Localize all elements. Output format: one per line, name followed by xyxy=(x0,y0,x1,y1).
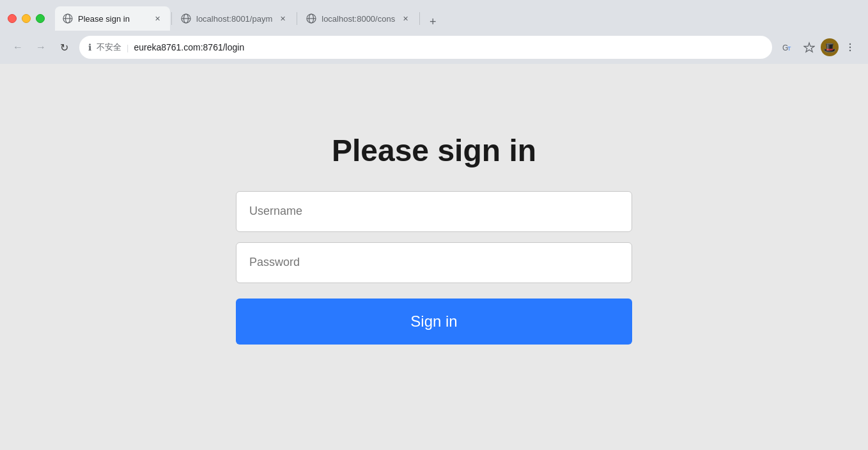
maximize-traffic-light[interactable] xyxy=(36,14,45,23)
translate-button[interactable]: G T xyxy=(777,37,798,58)
address-url: eureka8761.com:8761/login xyxy=(134,42,763,52)
new-tab-button[interactable]: + xyxy=(424,13,442,31)
globe-icon xyxy=(63,13,73,24)
page-content: Please sign in Sign in xyxy=(0,64,868,450)
svg-text:T: T xyxy=(787,45,791,52)
security-label: 不安全 xyxy=(97,42,121,53)
tab-separator-2 xyxy=(297,12,297,25)
menu-button[interactable] xyxy=(840,37,860,58)
tab-2-close[interactable]: ✕ xyxy=(277,13,288,24)
password-input[interactable] xyxy=(236,242,632,283)
tab-1[interactable]: Please sign in ✕ xyxy=(55,6,170,31)
login-container: Please sign in Sign in xyxy=(236,133,632,345)
traffic-lights xyxy=(8,14,45,23)
address-divider: | xyxy=(127,43,128,52)
profile-avatar[interactable]: 🎩 xyxy=(821,38,839,56)
close-traffic-light[interactable] xyxy=(8,14,17,23)
svg-point-11 xyxy=(849,43,851,45)
forward-button[interactable]: → xyxy=(31,37,51,58)
toolbar-icons: G T 🎩 xyxy=(777,37,860,58)
sign-in-button[interactable]: Sign in xyxy=(236,299,632,345)
tab-separator-3 xyxy=(419,12,420,25)
tabs-container: Please sign in ✕ localhost:8001/paym ✕ xyxy=(55,6,868,31)
tab-1-title: Please sign in xyxy=(78,14,147,24)
tab-3-title: localhost:8000/cons xyxy=(322,14,395,24)
bookmark-button[interactable] xyxy=(799,37,819,58)
title-bar: Please sign in ✕ localhost:8001/paym ✕ xyxy=(0,0,868,32)
tab-1-close[interactable]: ✕ xyxy=(152,13,162,24)
forward-icon: → xyxy=(36,42,46,53)
address-bar[interactable]: ℹ 不安全 | eureka8761.com:8761/login xyxy=(79,36,772,59)
star-icon xyxy=(803,42,815,53)
minimize-traffic-light[interactable] xyxy=(22,14,31,23)
tab-3-close[interactable]: ✕ xyxy=(400,13,410,24)
address-bar-row: ← → ↻ ℹ 不安全 | eureka8761.com:8761/login … xyxy=(0,32,868,64)
more-icon xyxy=(844,42,856,53)
refresh-icon: ↻ xyxy=(60,42,68,54)
back-button[interactable]: ← xyxy=(8,37,28,58)
tab-2-title: localhost:8001/paym xyxy=(196,14,272,24)
globe-icon-2 xyxy=(181,13,191,24)
refresh-button[interactable]: ↻ xyxy=(54,37,74,58)
back-icon: ← xyxy=(13,42,23,53)
browser-chrome: Please sign in ✕ localhost:8001/paym ✕ xyxy=(0,0,868,64)
translate-icon: G T xyxy=(782,42,793,53)
globe-icon-3 xyxy=(306,13,316,24)
tab-separator-1 xyxy=(171,12,172,25)
tab-3[interactable]: localhost:8000/cons ✕ xyxy=(298,6,418,31)
svg-point-12 xyxy=(849,47,851,48)
svg-point-13 xyxy=(849,50,851,51)
username-input[interactable] xyxy=(236,191,632,232)
info-icon: ℹ xyxy=(88,42,91,52)
tab-2[interactable]: localhost:8001/paym ✕ xyxy=(173,6,295,31)
login-form: Sign in xyxy=(236,191,632,345)
login-title: Please sign in xyxy=(332,133,536,168)
